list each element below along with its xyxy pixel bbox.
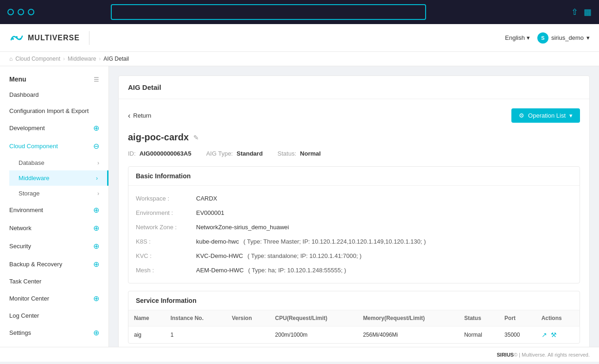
storage-chevron: › [97, 190, 99, 197]
sidebar-item-config[interactable]: Configuration Import & Export [0, 103, 108, 119]
edit-icon[interactable]: ✎ [193, 134, 199, 141]
middleware-chevron: › [96, 175, 98, 182]
info-extra: ( Type: standalone; IP: 10.120.1.41:7000… [246, 252, 362, 259]
sidebar: Menu ☰ Dashboard Configuration Import & … [0, 66, 109, 347]
basic-info-body: Workspace : CARDX Environment : EV000001… [128, 186, 580, 283]
language-selector[interactable]: English ▾ [505, 34, 530, 41]
content-card: AIG Detail ‹ Return ⚙ Operation List ▾ [118, 75, 590, 347]
settings-sliders-icon[interactable]: ⚒ [551, 331, 557, 339]
sidebar-item-dashboard[interactable]: Dashboard [0, 87, 108, 103]
logo: MULTIVERSE [9, 31, 80, 45]
table-col-header: Name [128, 310, 165, 326]
cell-actions: ↗︎ ⚒ [536, 326, 580, 344]
info-label: Environment : [136, 209, 196, 216]
sidebar-item-backup[interactable]: Backup & Recovery ⊕ [0, 255, 108, 273]
header: MULTIVERSE English ▾ S sirius_demo ▾ [0, 24, 599, 52]
service-table: NameInstance No.VersionCPU(Request/Limit… [128, 310, 580, 343]
header-divider [89, 31, 89, 45]
sidebar-item-storage[interactable]: Storage › [9, 186, 108, 201]
top-bar-actions: ⇧ ▦ [571, 7, 592, 17]
meta-status: Status: Normal [278, 150, 321, 157]
development-expand-icon: ⊕ [93, 124, 99, 132]
cell-version [226, 326, 269, 344]
logo-text: MULTIVERSE [28, 34, 80, 42]
cell-cpu: 200m/1000m [269, 326, 357, 344]
breadcrumb-current: AIG Detail [103, 56, 129, 62]
svg-point-1 [16, 36, 18, 38]
footer-brand: SIRIUS [497, 352, 514, 358]
cell-port: 35000 [499, 326, 536, 344]
table-col-header: Actions [536, 310, 580, 326]
service-info-section: Service Information NameInstance No.Vers… [128, 291, 580, 344]
info-row: Environment : EV000001 [136, 206, 572, 220]
environment-expand-icon: ⊕ [93, 206, 99, 214]
top-bar: ⇧ ▦ [0, 0, 599, 24]
sidebar-item-task[interactable]: Task Center [0, 273, 108, 289]
info-label: Workspace : [136, 195, 196, 202]
basic-info-title: Basic Information [128, 167, 580, 186]
sidebar-item-monitor[interactable]: Monitor Center ⊕ [0, 289, 108, 308]
operation-list-button[interactable]: ⚙ Operation List ▾ [511, 108, 580, 123]
meta-row: ID: AIG0000000063A5 AIG Type: Standard S… [128, 150, 580, 157]
sidebar-item-database[interactable]: Database › [9, 155, 108, 170]
info-extra: ( Type: ha; IP: 10.120.1.248:55555; ) [247, 267, 346, 274]
gear-icon: ⚙ [519, 112, 524, 119]
table-col-header: Instance No. [165, 310, 226, 326]
breadcrumb-cloud[interactable]: Cloud Component [15, 56, 60, 62]
logo-svg [9, 31, 24, 45]
action-bar: ‹ Return ⚙ Operation List ▾ [128, 108, 580, 123]
search-input[interactable] [111, 4, 426, 20]
content-body: ‹ Return ⚙ Operation List ▾ aig-poc-card… [119, 99, 589, 347]
circle-3 [28, 9, 34, 15]
info-row: KVC : KVC-Demo-HWC ( Type: standalone; I… [136, 249, 572, 263]
sidebar-item-settings[interactable]: Settings ⊕ [0, 324, 108, 342]
sidebar-item-environment[interactable]: Environment ⊕ [0, 201, 108, 219]
action-icons: ↗︎ ⚒ [542, 331, 574, 339]
user-menu[interactable]: S sirius_demo ▾ [537, 32, 590, 44]
sidebar-item-log[interactable]: Log Center [0, 308, 108, 324]
info-value: KVC-Demo-HWC ( Type: standalone; IP: 10.… [196, 252, 362, 259]
breadcrumb: ⌂ Cloud Component › Middleware › AIG Det… [0, 52, 599, 66]
sidebar-item-development[interactable]: Development ⊕ [0, 119, 108, 137]
database-chevron: › [97, 160, 99, 166]
chart-icon[interactable]: ↗︎ [542, 331, 547, 339]
table-header-row: NameInstance No.VersionCPU(Request/Limit… [128, 310, 580, 326]
main-content: AIG Detail ‹ Return ⚙ Operation List ▾ [109, 66, 599, 347]
footer-text: © | Multiverse. All rights reserved. [514, 352, 590, 358]
table-body: aig 1 200m/1000m 256Mi/4096Mi Normal 350… [128, 326, 580, 344]
page-title: AIG Detail [119, 76, 589, 99]
cell-instance: 1 [165, 326, 226, 344]
info-value: EV000001 [196, 209, 224, 216]
sidebar-item-middleware[interactable]: Middleware › [9, 170, 108, 186]
cell-name: aig [128, 326, 165, 344]
basic-info-section: Basic Information Workspace : CARDX Envi… [128, 166, 580, 283]
info-label: Network Zone : [136, 224, 196, 231]
info-value: AEM-Demo-HWC ( Type: ha; IP: 10.120.1.24… [196, 267, 346, 274]
layout-icon[interactable]: ▦ [584, 7, 592, 17]
sidebar-item-network[interactable]: Network ⊕ [0, 219, 108, 237]
menu-icon[interactable]: ☰ [94, 76, 99, 83]
svg-point-2 [19, 38, 21, 40]
backup-expand-icon: ⊕ [93, 260, 99, 269]
monitor-expand-icon: ⊕ [93, 294, 99, 303]
sidebar-item-security[interactable]: Security ⊕ [0, 237, 108, 255]
table-row: aig 1 200m/1000m 256Mi/4096Mi Normal 350… [128, 326, 580, 344]
table-col-header: Status [459, 310, 499, 326]
home-icon: ⌂ [9, 56, 13, 62]
breadcrumb-middleware[interactable]: Middleware [68, 56, 96, 62]
footer: SIRIUS © | Multiverse. All rights reserv… [0, 347, 599, 362]
dropdown-arrow-icon: ▾ [569, 112, 573, 119]
sidebar-title: Menu [9, 75, 26, 83]
sidebar-item-cloud-component[interactable]: Cloud Component ⊖ [0, 137, 108, 155]
svg-point-0 [12, 38, 14, 40]
return-button[interactable]: ‹ Return [128, 112, 151, 120]
upload-icon[interactable]: ⇧ [571, 7, 578, 17]
circle-1 [7, 9, 14, 15]
info-row: Mesh : AEM-Demo-HWC ( Type: ha; IP: 10.1… [136, 263, 572, 277]
table-col-header: Memory(Request/Limit) [357, 310, 459, 326]
info-label: Mesh : [136, 267, 196, 274]
info-value: NetworkZone-sirius_demo_huawei [196, 224, 289, 231]
circle-2 [18, 9, 24, 15]
settings-expand-icon: ⊕ [93, 328, 99, 337]
aig-title-row: aig-poc-cardx ✎ [128, 132, 580, 143]
